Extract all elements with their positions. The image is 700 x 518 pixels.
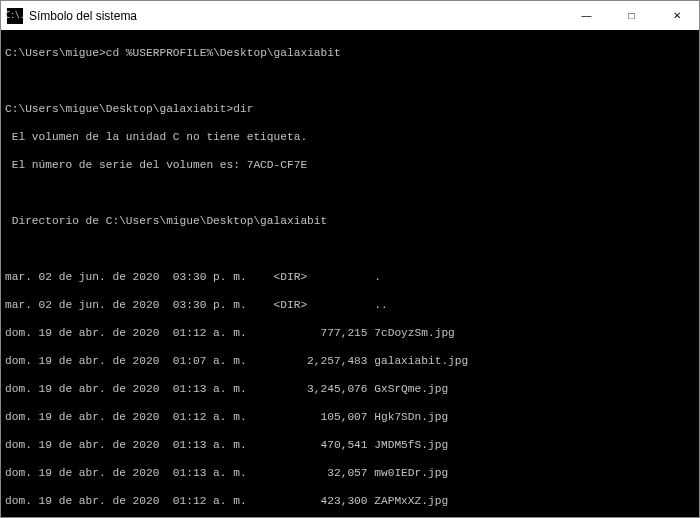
cmd-cd: cd %USERPROFILE%\Desktop\galaxiabit	[106, 47, 341, 59]
listing-row: mar. 02 de jun. de 2020 03:30 p. m. <DIR…	[5, 270, 695, 284]
listing-row: dom. 19 de abr. de 2020 01:12 a. m. 423,…	[5, 494, 695, 508]
vol-line: El volumen de la unidad C no tiene etiqu…	[5, 130, 695, 144]
terminal-output[interactable]: C:\Users\migue>cd %USERPROFILE%\Desktop\…	[1, 30, 699, 517]
blank-line	[5, 242, 695, 256]
listing-row: dom. 19 de abr. de 2020 01:13 a. m. 470,…	[5, 438, 695, 452]
serial-line: El número de serie del volumen es: 7ACD-…	[5, 158, 695, 172]
cmd-dir: dir	[233, 103, 253, 115]
listing-row: dom. 19 de abr. de 2020 01:07 a. m. 2,25…	[5, 354, 695, 368]
listing-row: dom. 19 de abr. de 2020 01:13 a. m. 3,24…	[5, 382, 695, 396]
window-title: Símbolo del sistema	[29, 9, 137, 23]
prompt-path: C:\Users\migue	[5, 47, 99, 59]
prompt-line: C:\Users\migue>cd %USERPROFILE%\Desktop\…	[5, 46, 695, 60]
prompt-sep: >	[99, 47, 106, 59]
prompt-path: C:\Users\migue\Desktop\galaxiabit	[5, 103, 227, 115]
blank-line	[5, 74, 695, 88]
listing-row: dom. 19 de abr. de 2020 01:12 a. m. 105,…	[5, 410, 695, 424]
cmd-window: C:\. Símbolo del sistema — □ ✕ C:\Users\…	[0, 0, 700, 518]
listing-row: dom. 19 de abr. de 2020 01:12 a. m. 777,…	[5, 326, 695, 340]
maximize-button[interactable]: □	[609, 1, 654, 30]
blank-line	[5, 186, 695, 200]
prompt-line: C:\Users\migue\Desktop\galaxiabit>dir	[5, 102, 695, 116]
cmd-icon: C:\.	[7, 8, 23, 24]
listing-row: mar. 02 de jun. de 2020 03:30 p. m. <DIR…	[5, 298, 695, 312]
close-button[interactable]: ✕	[654, 1, 699, 30]
dirof-line: Directorio de C:\Users\migue\Desktop\gal…	[5, 214, 695, 228]
titlebar[interactable]: C:\. Símbolo del sistema — □ ✕	[1, 1, 699, 30]
listing-row: dom. 19 de abr. de 2020 01:13 a. m. 32,0…	[5, 466, 695, 480]
minimize-button[interactable]: —	[564, 1, 609, 30]
